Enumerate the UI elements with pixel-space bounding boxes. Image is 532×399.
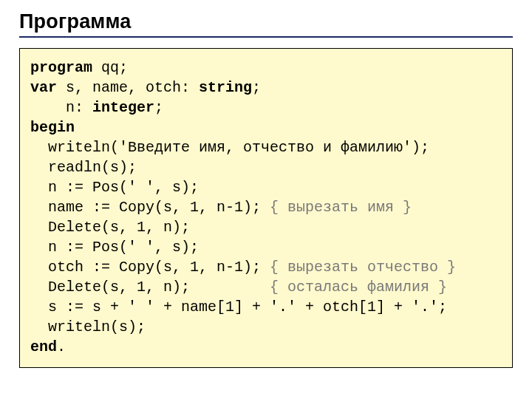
code-text: . xyxy=(57,338,66,355)
code-text: name := Copy(s, 1, n-1); xyxy=(30,199,270,216)
code-comment: { вырезать имя } xyxy=(270,199,412,216)
code-text: Delete(s, 1, n); xyxy=(30,219,190,236)
code-text: s, name, otch: xyxy=(57,79,199,96)
code-text: ; xyxy=(154,99,163,116)
kw-string: string xyxy=(199,79,252,96)
code-text: readln(s); xyxy=(30,159,137,176)
kw-end: end xyxy=(30,338,57,355)
code-block: program qq; var s, name, otch: string; n… xyxy=(19,48,513,368)
code-text: Delete(s, 1, n); xyxy=(30,279,270,296)
code-text: n: xyxy=(30,99,92,116)
code-text: qq; xyxy=(92,59,128,76)
code-comment: { осталась фамилия } xyxy=(270,279,447,296)
code-text: otch := Copy(s, 1, n-1); xyxy=(30,259,270,276)
code-text: n := Pos(' ', s); xyxy=(30,179,199,196)
kw-integer: integer xyxy=(92,99,154,116)
code-text: s := s + ' ' + name[1] + '.' + otch[1] +… xyxy=(30,299,447,316)
code-text: writeln('Введите имя, отчество и фамилию… xyxy=(30,139,429,156)
code-text: n := Pos(' ', s); xyxy=(30,239,199,256)
kw-program: program xyxy=(30,59,92,76)
title-wrap: Программа xyxy=(19,10,513,38)
kw-begin: begin xyxy=(30,119,75,136)
code-text: writeln(s); xyxy=(30,318,146,335)
code-text: ; xyxy=(252,79,261,96)
kw-var: var xyxy=(30,79,57,96)
slide: Программа program qq; var s, name, otch:… xyxy=(0,0,532,399)
page-title: Программа xyxy=(19,10,513,33)
code-comment: { вырезать отчество } xyxy=(270,259,456,276)
